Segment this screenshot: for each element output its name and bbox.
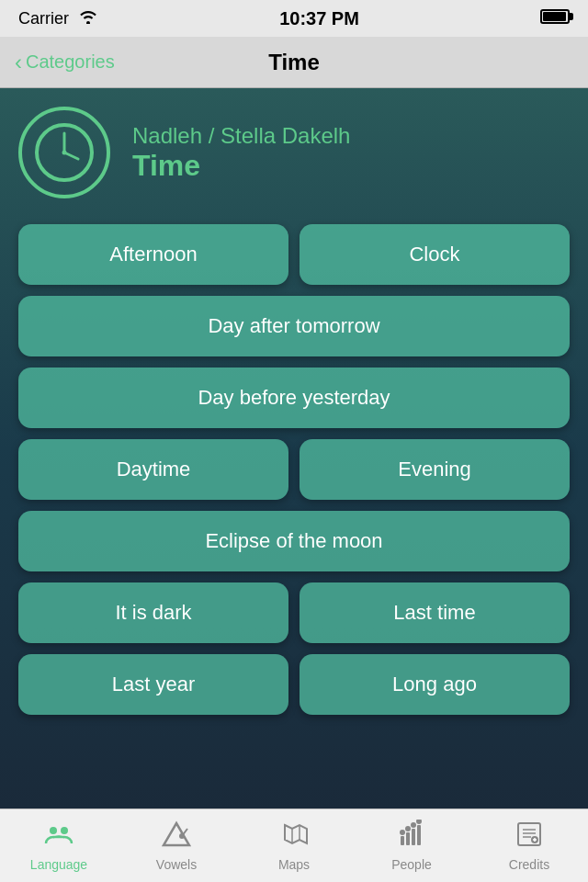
afternoon-button[interactable]: Afternoon (18, 224, 288, 285)
button-row-1: Afternoon Clock (18, 224, 570, 285)
button-row-2: Day after tomorrow (18, 296, 570, 356)
svg-point-15 (400, 830, 405, 835)
svg-rect-14 (417, 825, 421, 845)
tab-vowels-label: Vowels (156, 857, 197, 872)
svg-marker-6 (164, 823, 189, 845)
status-bar: Carrier 10:37 PM (0, 0, 588, 37)
carrier-label: Carrier (18, 9, 69, 28)
svg-point-4 (50, 827, 57, 834)
svg-point-17 (411, 822, 416, 828)
eclipse-of-the-moon-button[interactable]: Eclipse of the moon (18, 511, 570, 571)
tab-vowels[interactable]: Vowels (118, 809, 235, 882)
svg-point-3 (62, 151, 67, 155)
tab-people[interactable]: People (353, 809, 470, 882)
clock-button[interactable]: Clock (300, 224, 570, 285)
nav-title: Time (268, 50, 320, 75)
people-icon (397, 820, 426, 854)
battery-container (540, 9, 570, 28)
tab-maps-label: Maps (278, 857, 310, 872)
button-row-5: Eclipse of the moon (18, 511, 570, 571)
button-row-4: Daytime Evening (18, 439, 570, 500)
tab-maps[interactable]: Maps (235, 809, 353, 882)
chevron-left-icon: ‹ (15, 50, 22, 75)
last-year-button[interactable]: Last year (18, 654, 288, 715)
nav-bar: ‹ Categories Time (0, 37, 588, 88)
status-left: Carrier (18, 9, 98, 28)
header-section: Nadleh / Stella Dakelh Time (18, 107, 570, 198)
category-name: Time (132, 149, 350, 183)
long-ago-button[interactable]: Long ago (300, 654, 570, 715)
day-after-tomorrow-button[interactable]: Day after tomorrow (18, 296, 570, 356)
language-name: Nadleh / Stella Dakelh (132, 123, 350, 149)
svg-rect-11 (401, 836, 404, 845)
daytime-button[interactable]: Daytime (18, 439, 288, 500)
svg-rect-13 (412, 829, 415, 845)
button-row-3: Day before yesterday (18, 368, 570, 428)
credits-icon (514, 820, 544, 854)
button-row-6: It is dark Last time (18, 582, 570, 643)
status-time: 10:37 PM (279, 8, 359, 29)
svg-point-18 (416, 820, 422, 824)
day-before-yesterday-button[interactable]: Day before yesterday (18, 368, 570, 428)
it-is-dark-button[interactable]: It is dark (18, 582, 288, 643)
svg-rect-12 (406, 832, 410, 845)
back-button[interactable]: ‹ Categories (15, 50, 115, 75)
maps-icon (279, 820, 309, 854)
evening-button[interactable]: Evening (300, 439, 570, 500)
header-text: Nadleh / Stella Dakelh Time (132, 123, 350, 183)
svg-point-5 (61, 827, 68, 834)
tab-bar: Language Vowels Maps (0, 808, 588, 882)
language-icon (44, 820, 74, 854)
clock-icon-circle (18, 107, 110, 198)
buttons-container: Afternoon Clock Day after tomorrow Day b… (18, 224, 570, 715)
tab-credits-label: Credits (509, 857, 549, 872)
tab-credits[interactable]: Credits (470, 809, 588, 882)
vowels-icon (162, 820, 191, 854)
tab-language[interactable]: Language (0, 809, 118, 882)
back-label: Categories (26, 51, 115, 73)
wifi-icon (78, 9, 98, 28)
tab-language-label: Language (30, 857, 87, 872)
tab-people-label: People (391, 857, 432, 872)
main-content: Nadleh / Stella Dakelh Time Afternoon Cl… (0, 88, 588, 808)
svg-point-16 (405, 826, 411, 831)
button-row-7: Last year Long ago (18, 654, 570, 715)
last-time-button[interactable]: Last time (300, 582, 570, 643)
